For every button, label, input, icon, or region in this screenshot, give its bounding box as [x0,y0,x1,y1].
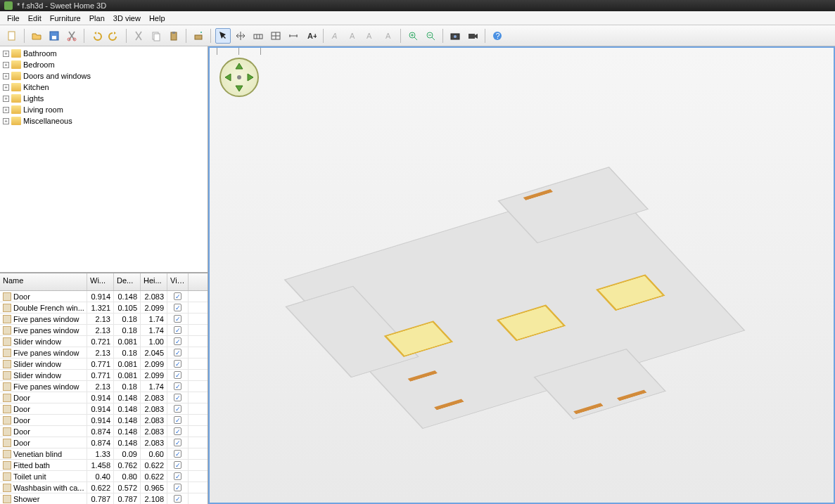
catalog-category[interactable]: +Bedroom [0,59,208,70]
expand-icon[interactable]: + [3,118,9,124]
visible-checkbox[interactable]: ✓ [174,326,181,334]
save-icon[interactable] [46,28,62,44]
visible-checkbox[interactable]: ✓ [174,349,181,356]
catalog-category[interactable]: +Kitchen [0,82,208,93]
create-walls-icon[interactable] [250,28,266,44]
column-visible[interactable]: Visi... [167,273,189,290]
paste-icon[interactable] [166,28,181,44]
open-icon[interactable] [29,28,44,44]
catalog-category[interactable]: +Doors and windows [0,70,208,82]
visible-checkbox[interactable]: ✓ [174,416,181,424]
expand-icon[interactable]: + [3,73,9,79]
table-row[interactable]: Door0.9140.1482.083✓ [0,291,208,302]
table-row[interactable]: Fitted bath1.4580.7620.622✓ [0,460,208,471]
cell-visible[interactable]: ✓ [167,336,189,347]
cell-visible[interactable]: ✓ [167,392,189,403]
cell-visible[interactable]: ✓ [167,437,189,448]
table-row[interactable]: Door0.8740.1482.083✓ [0,426,208,437]
cell-visible[interactable]: ✓ [167,381,189,392]
table-row[interactable]: Washbasin with ca...0.6220.5720.965✓ [0,482,208,493]
catalog-category[interactable]: +Living room [0,104,208,115]
video-icon[interactable] [465,28,480,44]
expand-icon[interactable]: + [3,96,9,102]
text-size-up-icon[interactable]: A [363,28,378,44]
3d-navigation-compass[interactable] [219,58,259,97]
column-width[interactable]: Wi... [87,273,114,290]
cell-visible[interactable]: ✓ [167,460,189,470]
visible-checkbox[interactable]: ✓ [174,304,181,311]
menu-file[interactable]: File [3,13,24,24]
table-row[interactable]: Five panes window2.130.182.045✓ [0,347,208,358]
add-furniture-icon[interactable] [191,28,206,44]
zoom-out-icon[interactable] [423,28,438,44]
table-row[interactable]: Slider window0.7710.0812.099✓ [0,370,208,381]
visible-checkbox[interactable]: ✓ [174,382,181,390]
cell-visible[interactable]: ✓ [167,426,189,437]
visible-checkbox[interactable]: ✓ [174,405,181,413]
cell-visible[interactable]: ✓ [167,325,189,335]
table-row[interactable]: Slider window0.7210.0811.00✓ [0,336,208,347]
text-size-down-icon[interactable]: A [381,28,396,44]
cell-visible[interactable]: ✓ [167,415,189,425]
cell-visible[interactable]: ✓ [167,291,189,302]
table-row[interactable]: Door0.9140.1482.083✓ [0,403,208,415]
visible-checkbox[interactable]: ✓ [174,439,181,446]
menu-furniture[interactable]: Furniture [46,13,85,24]
cell-visible[interactable]: ✓ [167,302,189,313]
table-row[interactable]: Double French win...1.3210.1052.099✓ [0,302,208,314]
table-row[interactable]: Door0.8740.1482.083✓ [0,437,208,448]
furniture-catalog-tree[interactable]: +Bathroom +Bedroom +Doors and windows +K… [0,46,208,273]
table-row[interactable]: Five panes window2.130.181.74✓ [0,325,208,336]
visible-checkbox[interactable]: ✓ [174,292,181,300]
column-height[interactable]: Hei... [141,273,167,290]
column-depth[interactable]: De... [114,273,141,290]
cell-visible[interactable]: ✓ [167,482,189,493]
catalog-category[interactable]: +Bathroom [0,48,208,59]
column-name[interactable]: Name [0,273,87,290]
visible-checkbox[interactable]: ✓ [174,495,181,503]
table-row[interactable]: Five panes window2.130.181.74✓ [0,381,208,392]
create-text-icon[interactable]: A+ [303,28,319,44]
zoom-in-icon[interactable] [405,28,421,44]
cell-visible[interactable]: ✓ [167,347,189,358]
table-row[interactable]: Toilet unit0.400.800.622✓ [0,471,208,482]
cell-visible[interactable]: ✓ [167,493,189,504]
cut-icon[interactable] [64,28,79,44]
text-bold-icon[interactable]: A [328,28,343,44]
photo-icon[interactable] [447,28,463,44]
catalog-category[interactable]: +Lights [0,93,208,104]
cell-visible[interactable]: ✓ [167,448,189,459]
cell-visible[interactable]: ✓ [167,358,189,369]
visible-checkbox[interactable]: ✓ [174,371,181,379]
table-row[interactable]: Door0.9140.1482.083✓ [0,415,208,426]
create-rooms-icon[interactable] [268,28,283,44]
expand-icon[interactable]: + [3,84,9,91]
undo-icon[interactable] [89,28,104,44]
visible-checkbox[interactable]: ✓ [174,360,181,368]
table-row[interactable]: Shower0.7870.7872.108✓ [0,493,208,504]
cut2-icon[interactable] [131,28,146,44]
visible-checkbox[interactable]: ✓ [174,472,181,480]
table-body[interactable]: Door0.9140.1482.083✓Double French win...… [0,291,208,504]
expand-icon[interactable]: + [3,107,9,113]
visible-checkbox[interactable]: ✓ [174,484,181,491]
menu-help[interactable]: Help [145,13,170,24]
visible-checkbox[interactable]: ✓ [174,461,181,469]
expand-icon[interactable]: + [3,51,9,57]
menu-3d-view[interactable]: 3D view [109,13,145,24]
table-row[interactable]: Five panes window2.130.181.74✓ [0,314,208,325]
visible-checkbox[interactable]: ✓ [174,337,181,345]
cell-visible[interactable]: ✓ [167,403,189,414]
pan-icon[interactable] [233,28,248,44]
cell-visible[interactable]: ✓ [167,370,189,380]
3d-viewport[interactable] [208,46,835,504]
select-icon[interactable] [215,28,231,44]
redo-icon[interactable] [106,28,122,44]
cell-visible[interactable]: ✓ [167,471,189,482]
table-row[interactable]: Door0.9140.1482.083✓ [0,392,208,403]
visible-checkbox[interactable]: ✓ [174,394,181,401]
visible-checkbox[interactable]: ✓ [174,450,181,458]
cell-visible[interactable]: ✓ [167,314,189,324]
menu-plan[interactable]: Plan [85,13,109,24]
expand-icon[interactable]: + [3,62,9,68]
